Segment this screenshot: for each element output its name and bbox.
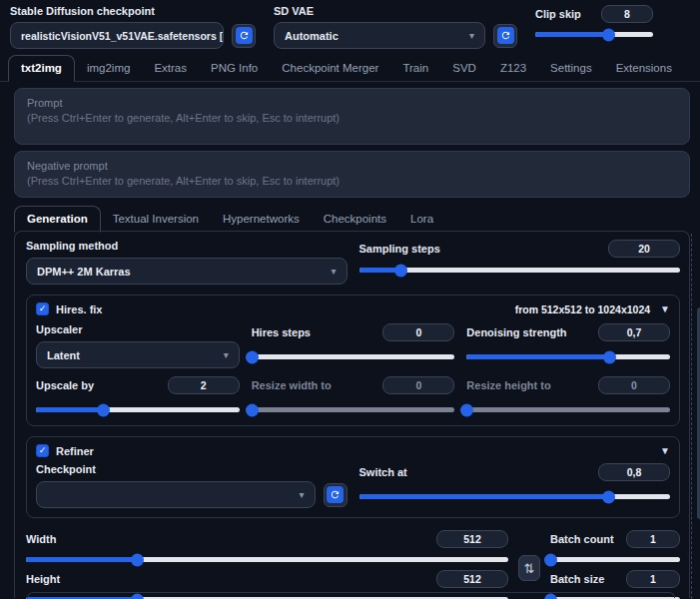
sampling-method-value: DPM++ 2M Karras: [37, 266, 131, 278]
tab-z123[interactable]: Z123: [488, 56, 538, 81]
sampling-method-label: Sampling method: [26, 240, 118, 252]
refiner-section: ✓ Refiner ▼ Checkpoint ▾: [26, 436, 680, 518]
switch-at-slider[interactable]: [359, 490, 671, 503]
hires-fix-checkbox-row[interactable]: ✓ Hires. fix: [36, 302, 102, 315]
upscaler-value: Latent: [47, 349, 80, 361]
switch-at-field: Switch at 0,8: [359, 463, 671, 508]
tab-svd[interactable]: SVD: [440, 56, 488, 81]
hires-steps-slider[interactable]: [252, 350, 455, 363]
refiner-checkbox-row[interactable]: ✓ Refiner: [36, 444, 94, 457]
collapse-arrow-icon[interactable]: ▼: [660, 303, 670, 314]
resize-width-label: Resize width to: [252, 379, 332, 391]
denoising-strength-label: Denoising strength: [466, 326, 566, 338]
tab-txt2img[interactable]: txt2img: [8, 55, 75, 82]
upscaler-dropdown[interactable]: Latent ▾: [36, 341, 240, 368]
refiner-checkpoint-dropdown[interactable]: ▾: [36, 481, 316, 508]
clip-skip-slider[interactable]: [535, 28, 653, 41]
column-resize-handle[interactable]: [691, 234, 692, 599]
checkbox-checked-icon[interactable]: ✓: [36, 302, 49, 315]
tab-png-info[interactable]: PNG Info: [199, 56, 270, 81]
hires-resolution-note: from 512x512 to 1024x1024: [515, 303, 650, 315]
tab-checkpoints[interactable]: Checkpoints: [312, 207, 398, 232]
tab-extras[interactable]: Extras: [142, 56, 199, 81]
width-value[interactable]: 512: [436, 530, 508, 548]
checkbox-checked-icon[interactable]: ✓: [36, 444, 49, 457]
denoising-strength-slider[interactable]: [466, 350, 670, 363]
batch-count-field: Batch count 1: [550, 530, 680, 566]
refiner-checkpoint-label: Checkpoint: [36, 463, 96, 475]
collapse-arrow-icon[interactable]: ▼: [660, 445, 670, 456]
sampling-steps-label: Sampling steps: [359, 243, 440, 255]
batch-count-label: Batch count: [550, 533, 614, 545]
hires-steps-label: Hires steps: [252, 326, 311, 338]
checkpoint-label: Stable Diffusion checkpoint: [10, 5, 256, 17]
generation-panel: Sampling method DPM++ 2M Karras ▾ Sampli…: [14, 231, 690, 598]
tab-img2img[interactable]: img2img: [75, 56, 142, 81]
swap-icon: ⇅: [524, 561, 535, 576]
sampling-steps-value[interactable]: 20: [608, 240, 680, 258]
sd-webui-app: { "quicksettings": { "checkpoint_label":…: [0, 0, 700, 599]
refiner-checkpoint-refresh-button[interactable]: [324, 483, 348, 507]
width-slider[interactable]: [26, 553, 508, 566]
chevron-down-icon: ▾: [331, 266, 336, 277]
refresh-icon: [236, 27, 253, 44]
tab-extensions[interactable]: Extensions: [604, 56, 684, 81]
tab-train[interactable]: Train: [390, 56, 440, 81]
denoising-strength-field: Denoising strength 0,7: [466, 323, 670, 368]
hires-fix-title: Hires. fix: [56, 303, 102, 315]
sampling-steps-slider[interactable]: [359, 264, 681, 277]
prompt-placeholder-hint: (Press Ctrl+Enter to generate, Alt+Enter…: [27, 112, 677, 124]
tab-settings[interactable]: Settings: [538, 56, 604, 81]
tab-textual-inversion[interactable]: Textual Inversion: [101, 207, 211, 232]
chevron-down-icon: ▾: [469, 30, 474, 41]
tab-generation[interactable]: Generation: [14, 206, 101, 233]
height-label: Height: [26, 573, 60, 585]
negative-prompt-textarea[interactable]: Negative prompt (Press Ctrl+Enter to gen…: [14, 151, 690, 198]
tab-checkpoint-merger[interactable]: Checkpoint Merger: [270, 56, 390, 81]
refresh-icon: [327, 486, 344, 503]
switch-at-value[interactable]: 0,8: [598, 463, 670, 481]
hires-steps-value[interactable]: 0: [382, 323, 454, 341]
checkpoint-refresh-button[interactable]: [232, 24, 256, 48]
resize-height-field: Resize height to 0: [466, 376, 670, 416]
upscale-by-slider[interactable]: [36, 403, 240, 416]
swap-dimensions-button[interactable]: ⇅: [518, 555, 540, 581]
upscale-by-value[interactable]: 2: [168, 376, 240, 394]
chevron-down-icon: ▾: [299, 489, 304, 500]
upscale-by-field: Upscale by 2: [36, 376, 240, 416]
resize-width-slider[interactable]: [252, 403, 455, 416]
chevron-down-icon: ▾: [224, 349, 229, 360]
clip-skip-value[interactable]: 8: [601, 5, 653, 23]
width-label: Width: [26, 533, 56, 545]
prompt-textarea[interactable]: Prompt (Press Ctrl+Enter to generate, Al…: [14, 88, 690, 145]
resize-height-label: Resize height to: [466, 379, 550, 391]
batch-count-slider[interactable]: [550, 553, 680, 566]
resize-height-slider[interactable]: [466, 403, 670, 416]
sampling-method-dropdown[interactable]: DPM++ 2M Karras ▾: [26, 258, 348, 285]
refiner-title: Refiner: [56, 445, 94, 457]
checkpoint-group: Stable Diffusion checkpoint realisticVis…: [10, 5, 256, 49]
sub-tab-bar: Generation Textual Inversion Hypernetwor…: [14, 206, 690, 232]
resize-width-value[interactable]: 0: [382, 376, 454, 394]
vae-refresh-button[interactable]: [493, 24, 517, 48]
quicksettings-bar: Stable Diffusion checkpoint realisticVis…: [0, 0, 700, 55]
vae-value: Automatic: [285, 30, 339, 42]
refiner-checkpoint-field: Checkpoint ▾: [36, 463, 348, 508]
resize-height-value[interactable]: 0: [598, 376, 670, 394]
height-value[interactable]: 512: [436, 570, 508, 588]
main-tab-bar: txt2img img2img Extras PNG Info Checkpoi…: [0, 55, 700, 82]
sampling-steps-field: Sampling steps 20: [359, 240, 681, 285]
tab-hypernetworks[interactable]: Hypernetworks: [211, 207, 312, 232]
hires-fix-section: ✓ Hires. fix from 512x512 to 1024x1024 ▼…: [26, 295, 680, 426]
denoising-strength-value[interactable]: 0,7: [598, 323, 670, 341]
vae-dropdown[interactable]: Automatic ▾: [274, 22, 485, 49]
checkpoint-dropdown[interactable]: realisticVisionV51_v51VAE.safetensors [1…: [10, 22, 224, 49]
batch-size-value[interactable]: 1: [626, 570, 680, 588]
batch-count-value[interactable]: 1: [626, 530, 680, 548]
tab-lora[interactable]: Lora: [398, 207, 445, 232]
vae-label: SD VAE: [274, 5, 517, 17]
refresh-icon: [497, 27, 514, 44]
hires-steps-field: Hires steps 0: [252, 323, 455, 368]
checkpoint-value: realisticVisionV51_v51VAE.safetensors [1…: [21, 30, 224, 42]
prompt-placeholder-title: Prompt: [27, 97, 677, 109]
